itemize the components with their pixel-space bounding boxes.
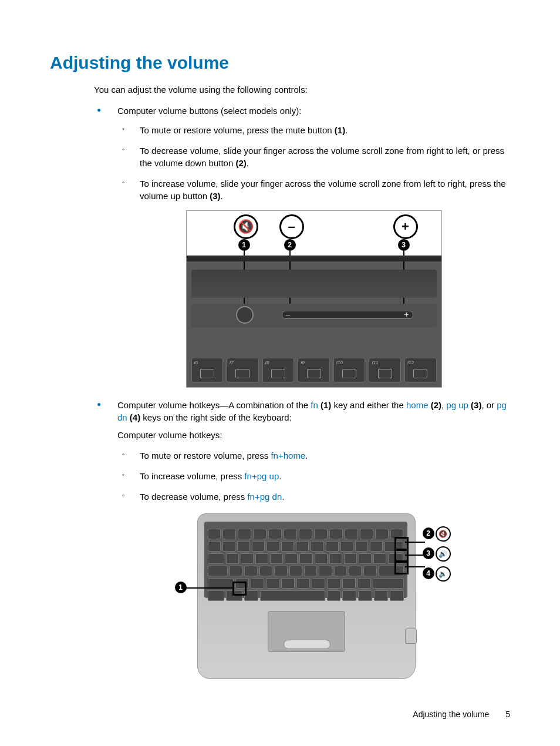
f-key: f7 (227, 358, 259, 382)
callout-ref: (1) (321, 400, 331, 410)
touchpad (268, 611, 345, 652)
text: To increase volume, press (140, 471, 244, 481)
key-label: f7 (230, 360, 234, 367)
key-fn: fn (311, 400, 318, 410)
icon-glyph: + (402, 218, 409, 236)
sub-item-hk-decrease: To decrease volume, press fn+pg dn. (117, 490, 510, 503)
text: To decrease volume, slide your finger ac… (140, 146, 504, 168)
text: keys on the right side of the keyboard: (140, 412, 292, 422)
callout-ref: (2) (235, 158, 246, 168)
page-number: 5 (505, 710, 510, 719)
f-key: f10 (333, 358, 366, 382)
f-key: f8 (262, 358, 295, 382)
text: . (305, 451, 308, 461)
bullet-volume-buttons: Computer volume buttons (select models o… (50, 105, 510, 388)
text: . (282, 492, 284, 502)
f-key: f9 (298, 358, 330, 382)
key-label: f6 (194, 360, 198, 367)
icon-glyph: – (288, 218, 295, 236)
callout-3: 3 (423, 547, 434, 559)
footer-section-title: Adjusting the volume (413, 710, 489, 719)
text: To increase volume, slide your finger ac… (140, 179, 506, 201)
callout-ref: (3) (471, 400, 481, 410)
f-key: f12 (404, 358, 437, 382)
sub-item-decrease: To decrease volume, slide your finger ac… (117, 145, 510, 169)
speaker-grill (191, 270, 437, 298)
intro-text: You can adjust the volume using the foll… (94, 85, 510, 95)
sub-item-increase: To increase volume, slide your finger ac… (117, 177, 510, 202)
key-combo: fn+pg up (244, 471, 279, 481)
callout-3: 3 (398, 239, 410, 251)
key-label: f12 (407, 360, 414, 367)
page-footer: Adjusting the volume 5 (413, 710, 510, 719)
text: key and either the (331, 400, 406, 410)
speaker-low-icon: 🔉 (436, 566, 451, 582)
callout-ref: (3) (210, 191, 220, 201)
icon-glyph: 🔇 (438, 529, 447, 539)
page-heading: Adjusting the volume (50, 53, 510, 73)
text: , or (481, 400, 497, 410)
fkey-row: f6 f7 f8 f9 f10 f11 f12 (191, 346, 437, 382)
text: . (247, 158, 249, 168)
icon-glyph: 🔉 (438, 569, 447, 579)
figure-volume-strip: 🔇 – + 1 2 3 f6 f7 f8 f9 f10 (186, 210, 442, 388)
sub-list-1: To mute or restore volume, press the mut… (117, 124, 510, 202)
speaker-loud-icon: 🔊 (436, 546, 451, 562)
text: . (345, 125, 348, 135)
callout-ref: (4) (130, 412, 140, 422)
hotkeys-subheading: Computer volume hotkeys: (117, 429, 510, 441)
callout-1: 1 (175, 582, 187, 593)
f-key: f11 (369, 358, 401, 382)
callout-1: 1 (238, 239, 250, 251)
key-label: f9 (301, 360, 305, 367)
callout-4: 4 (423, 567, 434, 579)
laptop-hinge (187, 256, 441, 261)
f-key: f6 (191, 358, 224, 382)
text: . (279, 471, 281, 481)
text: To mute or restore volume, press (140, 451, 271, 461)
callout-line (405, 555, 425, 556)
callout-line (405, 566, 425, 567)
bullet-volume-hotkeys: Computer volume hotkeys—A combination of… (50, 399, 510, 680)
callout-2: 2 (284, 239, 296, 251)
callout-ref: (2) (431, 400, 441, 410)
icon-glyph: 🔇 (238, 218, 254, 236)
sub-item-hk-increase: To increase volume, press fn+pg up. (117, 470, 510, 482)
key-pgup: pg up (446, 400, 468, 410)
text: Computer volume hotkeys—A combination of… (117, 400, 311, 410)
key-label: f8 (265, 360, 269, 367)
volume-slider-graphic (282, 311, 413, 319)
bullet-text: Computer volume buttons (select models o… (117, 106, 301, 116)
document-page: Adjusting the volume You can adjust the … (0, 0, 560, 746)
plus-icon: + (393, 214, 418, 239)
key-label: f11 (372, 360, 378, 367)
mute-icon: 🔇 (234, 214, 258, 239)
highlight-pgdn-key (394, 560, 409, 574)
key-home: home (406, 400, 429, 410)
mute-icon: 🔇 (436, 526, 451, 542)
callout-line (405, 542, 425, 543)
sub-item-mute: To mute or restore volume, press the mut… (117, 124, 510, 136)
mute-button-graphic (236, 306, 254, 324)
callout-ref: (1) (335, 125, 345, 135)
text: To decrease volume, press (140, 492, 247, 502)
main-list: Computer volume buttons (select models o… (50, 105, 510, 680)
sub-list-2: To mute or restore volume, press fn+home… (117, 449, 510, 503)
figure-keyboard-overview: 1 2 3 4 🔇 🔊 🔉 (180, 511, 448, 680)
icon-glyph: 🔊 (438, 549, 447, 559)
fingerprint-reader (405, 629, 417, 644)
highlight-fn-key (232, 582, 247, 596)
key-label: f10 (336, 360, 343, 367)
text: . (221, 191, 223, 201)
key-combo: fn+pg dn (247, 492, 282, 502)
callout-2: 2 (423, 527, 434, 539)
key-combo: fn+home (271, 451, 305, 461)
minus-icon: – (279, 214, 304, 239)
sub-item-hk-mute: To mute or restore volume, press fn+home… (117, 449, 510, 462)
callout-line (182, 587, 232, 589)
text: To mute or restore volume, press the mut… (140, 125, 335, 135)
